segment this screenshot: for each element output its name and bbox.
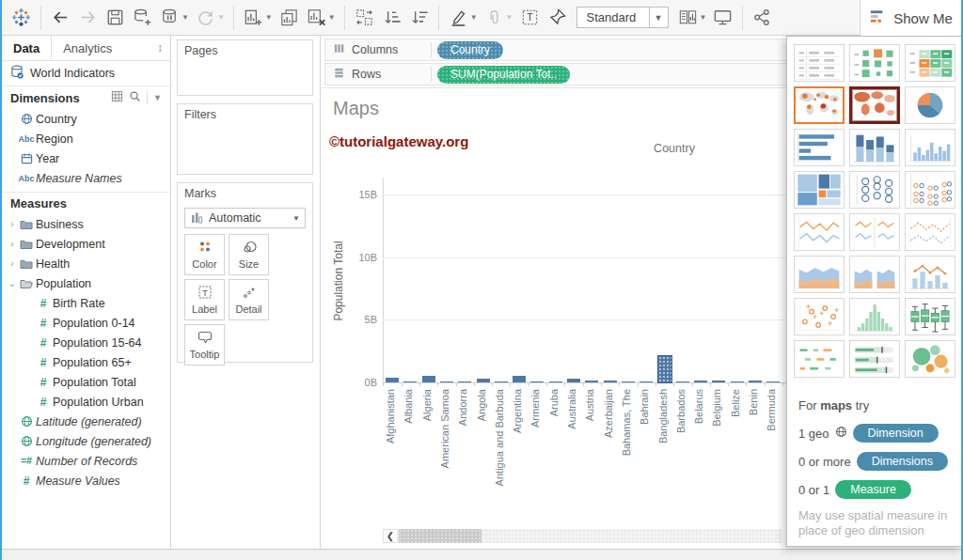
field-measure-values[interactable]: #Measure Values [2, 471, 170, 490]
fix-axes-button[interactable] [544, 4, 571, 32]
showme-highlight-table[interactable] [905, 44, 955, 82]
view-as-grid-icon[interactable] [111, 90, 123, 105]
x-label-afghanistan[interactable]: Afghanistan [385, 389, 400, 549]
field-birth-rate[interactable]: #Birth Rate [2, 293, 170, 313]
pane-menu-caret-icon[interactable]: ▼ [153, 93, 162, 102]
showme-area-charts-discrete[interactable] [849, 256, 900, 293]
showme-filled-map[interactable] [849, 86, 900, 124]
mark-detail-button[interactable]: Detail [229, 279, 269, 320]
showme-lines-discrete[interactable] [849, 213, 900, 251]
x-label-australia[interactable]: Australia [566, 389, 581, 549]
x-label-benin[interactable]: Benin [748, 389, 763, 549]
field-number-of-records[interactable]: =#Number of Records [2, 451, 170, 471]
field-latitude-generated[interactable]: Latitude (generated) [2, 412, 170, 431]
x-label-argentina[interactable]: Argentina [512, 389, 527, 549]
mark-tooltip-button[interactable]: Tooltip [184, 324, 225, 366]
field-population-0-14[interactable]: #Population 0-14 [2, 313, 170, 333]
bar-andorra[interactable] [458, 381, 471, 382]
requirement-pill-measure[interactable]: Measure [835, 480, 911, 499]
x-label-antigua-and-barbuda[interactable]: Antigua and Barbuda [494, 389, 509, 549]
field-longitude-generated[interactable]: Longitude (generated) [2, 431, 170, 451]
showme-lines-continuous[interactable] [794, 213, 845, 251]
show-mark-labels-button[interactable]: T [516, 4, 544, 32]
pill-country[interactable]: Country [437, 41, 503, 59]
bar-american-samoa[interactable] [440, 381, 453, 382]
bar-albania[interactable] [403, 381, 417, 382]
field-region[interactable]: AbcRegion [2, 129, 170, 148]
x-label-austria[interactable]: Austria [584, 389, 599, 549]
save-button[interactable] [102, 4, 129, 32]
fit-select-caret-icon[interactable]: ▼ [649, 8, 668, 27]
fit-select[interactable]: Standard ▼ [576, 7, 669, 28]
showme-stacked-bars[interactable] [849, 129, 900, 166]
highlight-button[interactable]: ▼ [445, 4, 481, 32]
duplicate-sheet-button[interactable] [276, 4, 303, 32]
datasource-item[interactable]: World Indicators [2, 61, 170, 86]
new-data-source-button[interactable] [129, 4, 156, 32]
tab-analytics[interactable]: Analytics [51, 36, 123, 60]
showme-box-and-whisker[interactable] [905, 298, 955, 335]
showme-heat-map[interactable] [849, 44, 900, 82]
showme-text-table[interactable] [794, 44, 845, 82]
showme-gantt[interactable] [794, 340, 845, 378]
x-label-american-samoa[interactable]: American Samoa [439, 389, 454, 549]
field-population-total[interactable]: #Population Total [2, 372, 170, 392]
bar-belize[interactable] [731, 381, 744, 382]
x-label-bermuda[interactable]: Bermuda [766, 389, 781, 549]
requirement-pill-dimension[interactable]: Dimension [853, 424, 939, 443]
bar-angola[interactable] [477, 379, 490, 382]
x-label-belarus[interactable]: Belarus [693, 389, 708, 549]
tableau-logo[interactable] [8, 4, 35, 32]
field-country[interactable]: Country [2, 109, 170, 129]
y-axis-title[interactable]: Population Total [332, 215, 345, 347]
x-label-barbados[interactable]: Barbados [675, 389, 690, 549]
pause-auto-updates-button[interactable]: ▼ [156, 4, 192, 32]
tab-data[interactable]: Data [2, 36, 51, 60]
x-label-bahrain[interactable]: Bahrain [639, 389, 654, 549]
showme-side-by-side-circles[interactable] [905, 171, 955, 209]
field-year[interactable]: Year [2, 148, 170, 168]
scrollbar-thumb[interactable] [399, 529, 482, 543]
bar-bangladesh[interactable] [658, 356, 671, 382]
bar-armenia[interactable] [530, 381, 544, 382]
field-measure-names[interactable]: AbcMeasure Names [2, 168, 170, 188]
show-me-button[interactable]: Show Me [860, 0, 961, 36]
bar-algeria[interactable] [422, 376, 435, 382]
bar-benin[interactable] [749, 381, 762, 382]
search-icon[interactable] [129, 90, 141, 105]
field-population-15-64[interactable]: #Population 15-64 [2, 333, 170, 352]
presentation-mode-button[interactable] [709, 4, 736, 32]
mark-type-select[interactable]: Automatic ▼ [184, 208, 306, 228]
field-population-urban[interactable]: #Population Urban [2, 392, 170, 412]
bar-belarus[interactable] [694, 381, 707, 382]
pages-shelf[interactable]: Pages [177, 39, 313, 96]
new-worksheet-button[interactable]: ▼ [240, 4, 276, 32]
showme-histogram[interactable] [849, 298, 900, 335]
field-population[interactable]: ⌄Population [2, 273, 170, 293]
showme-area-charts-continuous[interactable] [794, 256, 845, 293]
x-label-belgium[interactable]: Belgium [711, 389, 726, 549]
showme-side-by-side-bars[interactable] [905, 129, 955, 166]
x-label-andorra[interactable]: Andorra [457, 389, 472, 549]
share-button[interactable] [749, 4, 776, 32]
bar-bermuda[interactable] [766, 381, 780, 382]
showme-scatter-plots[interactable] [794, 298, 845, 335]
bar-bahamas-the[interactable] [622, 381, 635, 382]
x-label-angola[interactable]: Angola [476, 389, 491, 549]
mark-color-button[interactable]: Color [184, 234, 225, 275]
undo-button[interactable] [47, 4, 74, 32]
bar-austria[interactable] [585, 381, 598, 382]
showme-dual-combination[interactable] [905, 256, 955, 293]
clear-sheet-button[interactable]: ▼ [303, 4, 339, 32]
x-label-aruba[interactable]: Aruba [548, 389, 563, 549]
run-update-button[interactable]: ▼ [192, 4, 228, 32]
bar-afghanistan[interactable] [386, 378, 399, 382]
requirement-pill-dimensions[interactable]: Dimensions [857, 452, 948, 471]
group-members-button[interactable]: ▼ [481, 4, 516, 32]
x-label-bangladesh[interactable]: Bangladesh [657, 389, 672, 549]
filters-shelf[interactable]: Filters [177, 103, 313, 175]
x-label-albania[interactable]: Albania [403, 389, 418, 549]
showme-horizontal-bars[interactable] [794, 129, 845, 166]
expand-arrow-icon[interactable]: › [8, 219, 17, 229]
sort-ascending-button[interactable] [378, 4, 405, 32]
